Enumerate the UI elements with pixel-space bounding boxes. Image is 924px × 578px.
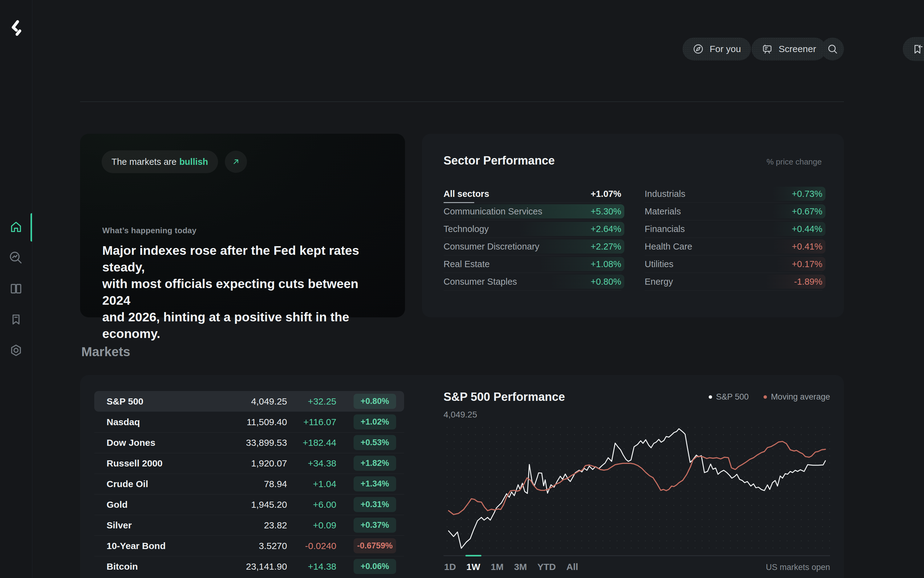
- compass-icon: [692, 43, 704, 55]
- sector-label: Technology: [444, 224, 489, 234]
- market-search-icon: [9, 251, 23, 265]
- market-row-dow-jones[interactable]: Dow Jones 33,899.53 +182.44 +0.53%: [94, 432, 404, 453]
- sector-row-materials[interactable]: Materials +0.67%: [645, 203, 822, 220]
- market-change: +1.04: [287, 479, 336, 489]
- chart-title: S&P 500 Performance: [444, 390, 565, 404]
- legend-s-p-500: S&P 500: [709, 392, 749, 402]
- screener-label: Screener: [779, 44, 816, 54]
- market-row-s-p-500[interactable]: S&P 500 4,049.25 +32.25 +0.80%: [94, 391, 404, 412]
- sector-performance-title: Sector Performance: [444, 154, 555, 167]
- market-pct-badge: +1.82%: [353, 456, 396, 471]
- market-value: 4,049.25: [210, 396, 287, 407]
- sector-value: +0.80%: [591, 277, 621, 287]
- sector-row-real-estate[interactable]: Real Estate +1.08%: [444, 255, 621, 273]
- screener-button[interactable]: Screener: [752, 37, 826, 60]
- market-change: +14.38: [287, 561, 336, 572]
- sector-label: Energy: [645, 277, 673, 287]
- sector-row-health-care[interactable]: Health Care +0.41%: [645, 238, 822, 255]
- sector-label: Health Care: [645, 242, 692, 252]
- market-row-bitcoin[interactable]: Bitcoin 23,141.90 +14.38 +0.06%: [94, 556, 404, 577]
- market-value: 78.94: [210, 479, 287, 489]
- market-pct-badge: +0.31%: [353, 497, 396, 512]
- search-icon: [827, 44, 838, 55]
- legend-dot-icon: [764, 395, 767, 399]
- market-name: S&P 500: [107, 396, 210, 407]
- sector-label: Financials: [645, 224, 685, 234]
- sidebar-item-explore[interactable]: [9, 251, 23, 265]
- market-change: +0.09: [287, 520, 336, 531]
- market-row-russell-2000[interactable]: Russell 2000 1,920.07 +34.38 +1.82%: [94, 453, 404, 474]
- market-status: US markets open: [766, 563, 830, 572]
- arrow-up-right-icon: [231, 157, 241, 167]
- logo-stroke: [13, 21, 18, 30]
- sector-label: Consumer Staples: [444, 277, 517, 287]
- market-row-silver[interactable]: Silver 23.82 +0.09 +0.37%: [94, 515, 404, 536]
- price-change-note: % price change: [767, 157, 822, 167]
- sector-row-all-sectors[interactable]: All sectors +1.07%: [444, 185, 621, 203]
- sector-row-utilities[interactable]: Utilities +0.17%: [645, 255, 822, 273]
- sector-label: Industrials: [645, 189, 685, 199]
- chart-current-value: 4,049.25: [444, 410, 830, 420]
- sector-value: +0.17%: [792, 259, 822, 269]
- sector-row-consumer-staples[interactable]: Consumer Staples +0.80%: [444, 273, 621, 291]
- sector-label: Real Estate: [444, 259, 490, 269]
- sentiment-open-button[interactable]: [225, 151, 247, 173]
- range-tab-group: 1D 1W 1M 3M YTD All: [444, 562, 578, 572]
- sp500-performance-chart: S&P 500 Performance S&P 500 Moving avera…: [444, 390, 830, 572]
- sector-grid: All sectors +1.07% Communication Service…: [444, 185, 822, 291]
- market-value: 33,899.53: [210, 437, 287, 448]
- sector-row-energy[interactable]: Energy -1.89%: [645, 273, 822, 291]
- for-you-button[interactable]: For you: [682, 37, 751, 60]
- sector-row-communication-services[interactable]: Communication Services +5.30%: [444, 203, 621, 220]
- market-row-10-year-bond[interactable]: 10-Year Bond 3.5270 -0.0240 -0.6759%: [94, 536, 404, 556]
- market-pct-badge: +0.37%: [353, 518, 396, 533]
- market-name: Bitcoin: [107, 561, 210, 572]
- market-change: +116.07: [287, 417, 336, 427]
- sector-row-financials[interactable]: Financials +0.44%: [645, 220, 822, 238]
- market-value: 11,509.40: [210, 417, 287, 427]
- market-row-gold[interactable]: Gold 1,945.20 +6.00 +0.31%: [94, 494, 404, 515]
- range-tab-1d[interactable]: 1D: [444, 562, 456, 572]
- market-name: 10-Year Bond: [107, 541, 210, 551]
- logo-stroke: [17, 31, 20, 34]
- markets-table: S&P 500 4,049.25 +32.25 +0.80% Nasdaq 11…: [94, 391, 404, 577]
- series-moving-average: [449, 442, 825, 515]
- sector-column-right: Industrials +0.73% Materials +0.67% Fina…: [645, 185, 822, 291]
- legend-dot-icon: [709, 395, 712, 399]
- market-name: Crude Oil: [107, 479, 210, 489]
- brand-logo[interactable]: [10, 20, 22, 39]
- sector-label: Materials: [645, 206, 681, 217]
- sector-value: +5.30%: [591, 206, 621, 217]
- save-for-later-button[interactable]: [903, 37, 924, 61]
- sector-label: Communication Services: [444, 206, 542, 217]
- sector-label: Utilities: [645, 259, 673, 269]
- sector-label: All sectors: [444, 189, 489, 199]
- sidebar-item-library[interactable]: [9, 282, 23, 296]
- market-sentiment-pill[interactable]: The markets are bullish: [102, 150, 218, 173]
- market-row-crude-oil[interactable]: Crude Oil 78.94 +1.04 +1.34%: [94, 474, 404, 494]
- screener-board-icon: [761, 43, 773, 55]
- range-tab-1m[interactable]: 1M: [491, 562, 504, 572]
- search-button[interactable]: [821, 37, 844, 60]
- sidebar-item-saved[interactable]: [9, 312, 23, 326]
- sidebar-item-settings[interactable]: [9, 343, 23, 357]
- sector-row-consumer-discretionary[interactable]: Consumer Discretionary +2.27%: [444, 238, 621, 255]
- market-change: -0.0240: [287, 541, 336, 551]
- sector-row-industrials[interactable]: Industrials +0.73%: [645, 185, 822, 203]
- chart-baseline: [444, 555, 830, 556]
- range-tab-1w[interactable]: 1W: [466, 562, 480, 572]
- for-you-label: For you: [710, 44, 741, 54]
- market-row-nasdaq[interactable]: Nasdaq 11,509.40 +116.07 +1.02%: [94, 412, 404, 432]
- market-name: Dow Jones: [107, 437, 210, 448]
- home-icon: [9, 220, 23, 234]
- range-tab-3m[interactable]: 3M: [514, 562, 527, 572]
- range-tab-ytd[interactable]: YTD: [537, 562, 556, 572]
- sentiment-text: The markets are: [112, 157, 177, 167]
- market-pct-badge: +1.34%: [353, 476, 396, 492]
- chart-plot-area[interactable]: [444, 424, 830, 554]
- sidebar-item-home[interactable]: [9, 220, 23, 234]
- sector-row-technology[interactable]: Technology +2.64%: [444, 220, 621, 238]
- daily-brief-card[interactable]: The markets are bullish What’s happening…: [80, 134, 405, 317]
- range-tab-all[interactable]: All: [566, 562, 578, 572]
- book-icon: [9, 282, 23, 296]
